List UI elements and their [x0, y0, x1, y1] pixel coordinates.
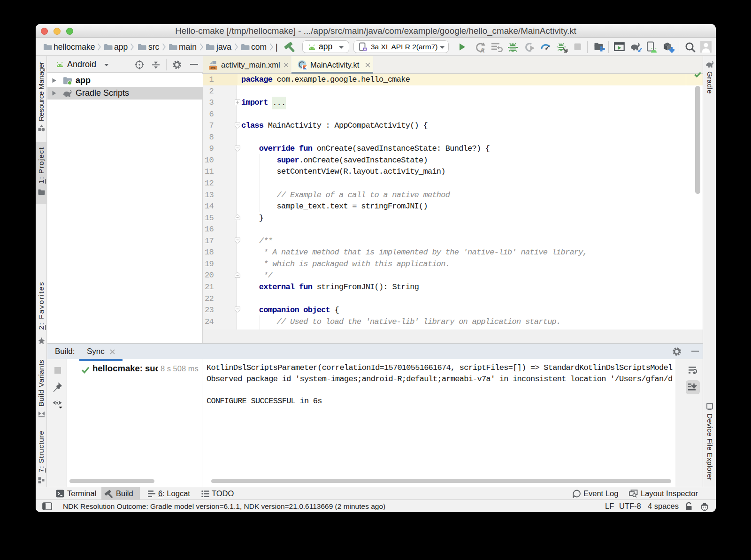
- svg-text:<>: <>: [210, 66, 216, 70]
- svg-text:A: A: [480, 47, 485, 53]
